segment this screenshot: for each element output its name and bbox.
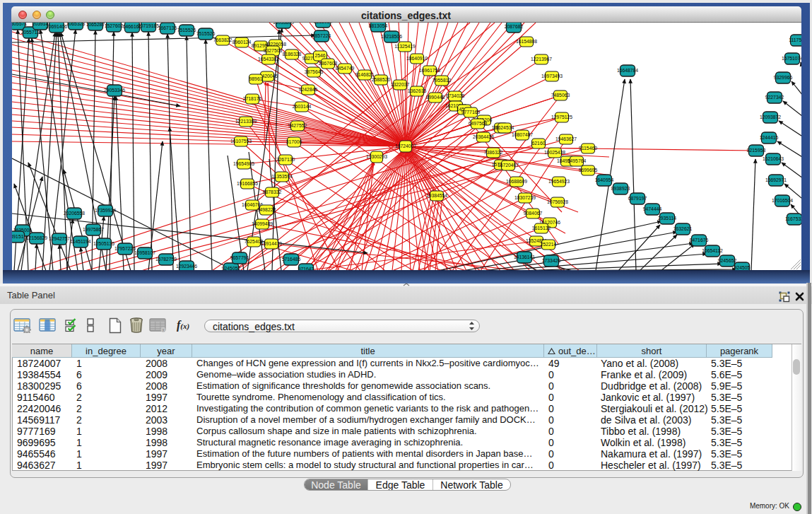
svg-text:14136141: 14136141 bbox=[514, 255, 535, 259]
svg-text:15720407: 15720407 bbox=[498, 163, 519, 168]
svg-text:9427552: 9427552 bbox=[288, 123, 307, 128]
svg-text:2588520: 2588520 bbox=[372, 77, 391, 82]
svg-text:1167533: 1167533 bbox=[785, 216, 801, 221]
svg-text:9242845: 9242845 bbox=[299, 87, 318, 92]
svg-text:8813054: 8813054 bbox=[369, 23, 388, 28]
svg-text:29053346: 29053346 bbox=[104, 88, 125, 93]
svg-text:18724007: 18724007 bbox=[395, 144, 416, 148]
svg-text:17359924: 17359924 bbox=[95, 208, 116, 213]
svg-text:924505: 924505 bbox=[734, 265, 751, 270]
svg-text:12213967: 12213967 bbox=[531, 57, 552, 62]
svg-text:9657791: 9657791 bbox=[230, 255, 249, 260]
svg-text:19654985: 19654985 bbox=[233, 161, 254, 166]
svg-text:1667135: 1667135 bbox=[158, 25, 177, 30]
svg-text:9084067: 9084067 bbox=[524, 211, 543, 216]
svg-text:10973493: 10973493 bbox=[541, 74, 563, 78]
svg-text:8990448: 8990448 bbox=[426, 95, 445, 100]
svg-text:10688609: 10688609 bbox=[506, 179, 527, 184]
svg-text:9699695: 9699695 bbox=[579, 168, 598, 173]
svg-text:19218506: 19218506 bbox=[381, 34, 402, 39]
svg-text:3267130: 3267130 bbox=[276, 157, 295, 162]
svg-text:3498222: 3498222 bbox=[257, 207, 276, 212]
svg-text:15751074: 15751074 bbox=[782, 56, 801, 61]
svg-text:19300293: 19300293 bbox=[366, 154, 387, 159]
svg-text:317006: 317006 bbox=[286, 139, 302, 144]
svg-text:12213389: 12213389 bbox=[235, 119, 257, 124]
svg-text:19384554: 19384554 bbox=[426, 193, 447, 198]
svg-text:16154808: 16154808 bbox=[516, 39, 537, 44]
svg-text:20364436: 20364436 bbox=[473, 134, 494, 139]
svg-text:9227342: 9227342 bbox=[765, 95, 784, 100]
svg-text:98961: 98961 bbox=[249, 76, 263, 81]
svg-text:1640954: 1640954 bbox=[595, 177, 614, 182]
svg-text:12156829: 12156829 bbox=[26, 235, 47, 240]
svg-text:9474444: 9474444 bbox=[643, 206, 662, 211]
svg-text:9777169: 9777169 bbox=[461, 110, 481, 115]
svg-text:8186328: 8186328 bbox=[283, 52, 302, 57]
svg-text:12923446: 12923446 bbox=[176, 264, 197, 269]
svg-text:7857224: 7857224 bbox=[312, 33, 331, 38]
svg-text:62160: 62160 bbox=[532, 141, 546, 146]
svg-text:20691406: 20691406 bbox=[46, 24, 67, 29]
svg-text:1244415: 1244415 bbox=[760, 135, 779, 140]
svg-text:8878332: 8878332 bbox=[263, 189, 282, 194]
svg-text:1495764: 1495764 bbox=[567, 158, 587, 163]
svg-text:8454749: 8454749 bbox=[336, 66, 355, 71]
svg-text:2718176: 2718176 bbox=[243, 96, 262, 101]
svg-text:9329966: 9329966 bbox=[774, 75, 793, 80]
svg-text:16782759: 16782759 bbox=[155, 257, 177, 262]
svg-text:10654112: 10654112 bbox=[702, 248, 723, 253]
svg-text:14099489: 14099489 bbox=[252, 221, 273, 226]
svg-text:19463627: 19463627 bbox=[555, 136, 577, 141]
svg-text:3624534: 3624534 bbox=[495, 125, 514, 130]
svg-text:16961758: 16961758 bbox=[419, 68, 440, 73]
svg-text:16543382: 16543382 bbox=[258, 57, 279, 62]
svg-text:10756928: 10756928 bbox=[547, 199, 568, 204]
svg-text:7515526: 7515526 bbox=[196, 31, 216, 36]
svg-text:6497568: 6497568 bbox=[469, 121, 488, 126]
svg-text:10025438: 10025438 bbox=[544, 150, 565, 155]
svg-text:16648784: 16648784 bbox=[617, 68, 638, 73]
svg-text:9115460: 9115460 bbox=[579, 146, 597, 151]
svg-text:16107553: 16107553 bbox=[230, 139, 252, 144]
svg-text:8813054: 8813054 bbox=[314, 23, 333, 24]
svg-text:16033809: 16033809 bbox=[273, 23, 294, 25]
svg-text:1322037: 1322037 bbox=[391, 82, 410, 87]
svg-text:7955812: 7955812 bbox=[433, 78, 452, 83]
svg-text:1805571: 1805571 bbox=[12, 23, 27, 26]
svg-text:2603144: 2603144 bbox=[293, 104, 312, 109]
svg-text:12093872: 12093872 bbox=[760, 115, 781, 119]
svg-text:6734028: 6734028 bbox=[446, 93, 465, 98]
svg-text:7386322: 7386322 bbox=[484, 150, 503, 155]
svg-text:7485063: 7485063 bbox=[551, 93, 570, 98]
svg-text:10807487: 10807487 bbox=[512, 132, 533, 137]
svg-text:9245652: 9245652 bbox=[718, 258, 737, 263]
svg-text:19166855: 19166855 bbox=[237, 181, 258, 186]
svg-text:1117533: 1117533 bbox=[789, 37, 801, 42]
svg-text:2055712: 2055712 bbox=[21, 30, 40, 35]
svg-text:6879197: 6879197 bbox=[628, 196, 647, 201]
svg-text:11451194: 11451194 bbox=[70, 239, 90, 244]
svg-text:7632621: 7632621 bbox=[673, 226, 693, 231]
svg-text:8471676: 8471676 bbox=[690, 238, 709, 243]
svg-text:15692971: 15692971 bbox=[765, 177, 787, 182]
svg-text:1065287: 1065287 bbox=[86, 23, 105, 27]
svg-text:5716485: 5716485 bbox=[282, 257, 301, 262]
svg-text:19975867: 19975867 bbox=[83, 227, 104, 232]
svg-text:2935114: 2935114 bbox=[658, 216, 676, 221]
svg-text:18640910: 18640910 bbox=[406, 56, 428, 61]
svg-text:8215958: 8215958 bbox=[747, 148, 766, 153]
svg-text:1065328: 1065328 bbox=[66, 23, 86, 26]
svg-text:9327508: 9327508 bbox=[264, 48, 283, 53]
svg-text:16914479: 16914479 bbox=[261, 241, 282, 246]
svg-text:12505135: 12505135 bbox=[93, 241, 114, 246]
svg-text:3875645: 3875645 bbox=[305, 69, 324, 74]
svg-text:252214: 252214 bbox=[541, 242, 557, 247]
svg-text:7663822: 7663822 bbox=[213, 37, 233, 42]
svg-text:8938923: 8938923 bbox=[611, 186, 630, 191]
svg-text:1615132: 1615132 bbox=[532, 226, 551, 230]
svg-text:9146821: 9146821 bbox=[355, 72, 375, 77]
svg-text:7515526: 7515526 bbox=[177, 28, 196, 33]
svg-text:12975125: 12975125 bbox=[551, 115, 572, 119]
svg-text:8960124: 8960124 bbox=[233, 40, 252, 45]
